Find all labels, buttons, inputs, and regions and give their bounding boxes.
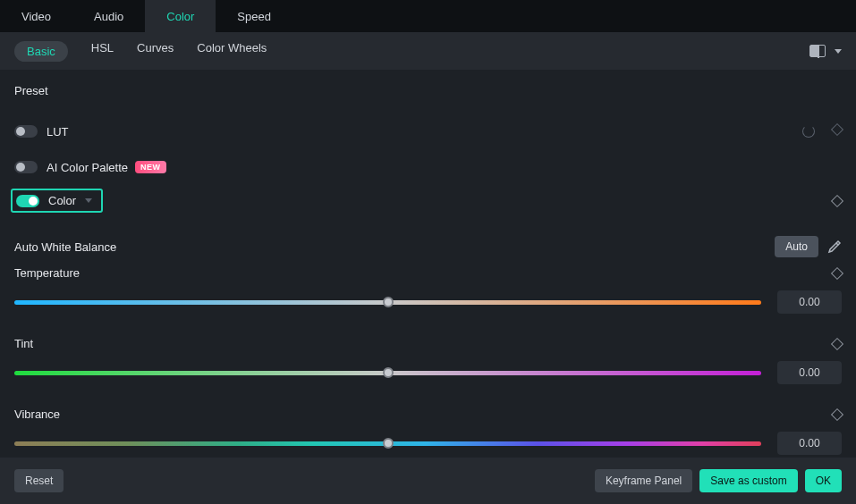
keyframe-panel-button[interactable]: Keyframe Panel	[595, 469, 692, 492]
color-section-header[interactable]: Color	[11, 189, 103, 213]
tint-keyframe-diamond-icon[interactable]	[831, 337, 843, 349]
color-toggle[interactable]	[16, 195, 39, 207]
tint-slider-thumb[interactable]	[383, 367, 394, 378]
awb-row: Auto White Balance Auto	[14, 223, 842, 266]
temperature-slider-thumb[interactable]	[383, 297, 394, 307]
temperature-label: Temperature	[14, 266, 80, 280]
sub-tab-hsl[interactable]: HSL	[91, 41, 114, 62]
vibrance-slider[interactable]	[14, 441, 761, 446]
auto-button[interactable]: Auto	[775, 236, 818, 257]
tint-slider[interactable]	[14, 371, 761, 375]
ai-palette-row: AI Color Palette NEW	[14, 149, 842, 185]
tab-audio[interactable]: Audio	[72, 0, 145, 32]
vibrance-keyframe-diamond-icon[interactable]	[831, 407, 843, 420]
top-tabs: Video Audio Color Speed	[0, 0, 856, 32]
sub-tab-basic[interactable]: Basic	[14, 41, 68, 62]
ai-palette-toggle[interactable]	[14, 161, 38, 173]
tint-label: Tint	[14, 337, 33, 350]
lut-toggle[interactable]	[14, 125, 38, 138]
lut-reset-icon[interactable]	[802, 125, 815, 138]
sub-tab-color-wheels[interactable]: Color Wheels	[197, 41, 267, 62]
ok-button[interactable]: OK	[805, 469, 842, 492]
compare-dropdown-icon[interactable]	[835, 49, 842, 54]
sub-tabs: Basic HSL Curves Color Wheels	[14, 41, 267, 62]
compare-split-icon[interactable]	[809, 45, 826, 57]
lut-keyframe-diamond-icon[interactable]	[831, 123, 843, 136]
sub-tabs-row: Basic HSL Curves Color Wheels	[0, 32, 856, 70]
color-section-row: Color	[14, 189, 842, 213]
temperature-value[interactable]: 0.00	[777, 290, 842, 314]
temperature-slider[interactable]	[14, 300, 761, 305]
ai-palette-label: AI Color Palette	[47, 161, 128, 174]
save-as-custom-button[interactable]: Save as custom	[699, 469, 797, 492]
new-badge: NEW	[135, 161, 166, 173]
collapse-arrow-icon	[85, 198, 92, 203]
vibrance-label: Vibrance	[14, 407, 60, 421]
tab-speed[interactable]: Speed	[216, 0, 292, 32]
bottom-bar: Reset Keyframe Panel Save as custom OK	[0, 458, 856, 504]
color-keyframe-diamond-icon[interactable]	[831, 194, 843, 206]
lut-row: LUT	[14, 113, 842, 149]
tab-video[interactable]: Video	[0, 0, 72, 32]
tab-color[interactable]: Color	[145, 0, 216, 32]
awb-label: Auto White Balance	[14, 240, 116, 254]
eyedropper-icon[interactable]	[827, 239, 842, 254]
content-panel: Preset LUT AI Color Palette NEW Color Au…	[0, 70, 856, 458]
lut-label: LUT	[47, 125, 69, 139]
sub-tab-curves[interactable]: Curves	[137, 41, 174, 62]
vibrance-slider-thumb[interactable]	[383, 438, 394, 449]
tint-block: Tint 0.00	[14, 337, 842, 384]
vibrance-block: Vibrance 0.00	[14, 407, 842, 455]
temperature-block: Temperature 0.00	[14, 266, 842, 314]
compare-controls	[809, 45, 842, 57]
tint-value[interactable]: 0.00	[777, 361, 842, 384]
reset-button[interactable]: Reset	[14, 469, 64, 492]
vibrance-value[interactable]: 0.00	[777, 432, 842, 455]
color-label: Color	[48, 194, 76, 207]
preset-label: Preset	[14, 84, 842, 97]
temperature-keyframe-diamond-icon[interactable]	[831, 266, 843, 279]
